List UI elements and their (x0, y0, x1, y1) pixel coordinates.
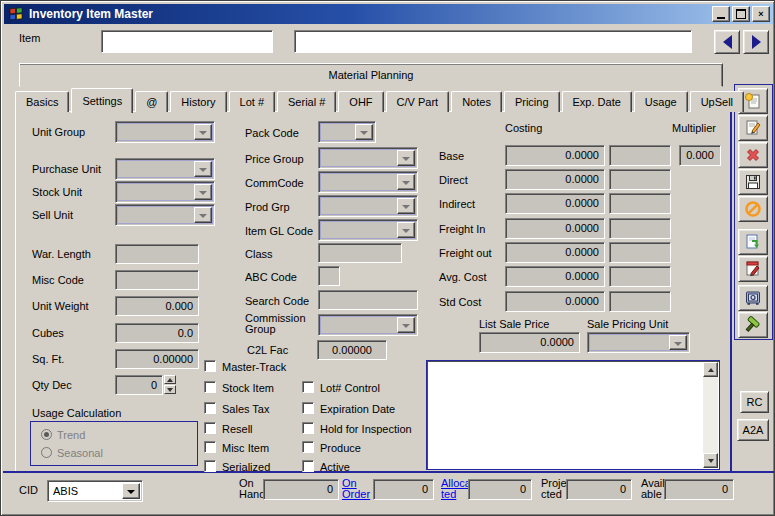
allocated-link[interactable]: Allocated (441, 478, 471, 500)
stock-item-checkbox[interactable] (204, 381, 216, 393)
sales-tax-checkbox[interactable] (204, 402, 216, 414)
tab-material-planning[interactable]: Material Planning (19, 63, 723, 87)
maximize-button[interactable] (732, 6, 750, 22)
cancel-icon (743, 199, 763, 219)
previous-item-button[interactable] (714, 30, 740, 54)
tab-serial[interactable]: Serial # (277, 91, 336, 112)
avg-cost-label: Avg. Cost (439, 271, 487, 283)
freight-in-label: Freight In (439, 223, 485, 235)
freight-out-alt-input[interactable] (609, 242, 671, 263)
tab-ohf[interactable]: OHF (338, 91, 383, 112)
freight-in-alt-input[interactable] (609, 218, 671, 239)
scroll-down-button[interactable] (703, 453, 718, 468)
delete-item-button[interactable] (738, 142, 768, 168)
app-icon[interactable] (8, 6, 24, 22)
on-order-link[interactable]: On Order (342, 478, 372, 500)
std-cost-input[interactable]: 0.0000 (505, 291, 605, 312)
misc-item-checkbox[interactable] (204, 441, 216, 453)
sale-pricing-unit-label: Sale Pricing Unit (587, 318, 668, 330)
save-item-button[interactable] (738, 169, 768, 195)
std-cost-alt-input[interactable] (609, 291, 671, 312)
indirect-cost-alt-input[interactable] (609, 193, 671, 214)
lot-control-checkbox[interactable] (302, 381, 314, 393)
list-sale-price-input[interactable]: 0.0000 (479, 332, 580, 353)
cid-label: CID (19, 484, 38, 496)
price-group-combo[interactable] (318, 147, 418, 169)
stock-unit-combo[interactable] (115, 181, 215, 203)
qty-dec-input[interactable]: 0 (115, 375, 163, 395)
class-input[interactable] (318, 243, 402, 263)
expiration-date-checkbox[interactable] (302, 402, 314, 414)
item-code-input[interactable] (101, 30, 273, 53)
build-tool-button[interactable] (738, 312, 768, 338)
avg-cost-input[interactable]: 0.0000 (505, 266, 605, 287)
commission-group-combo[interactable] (318, 314, 418, 336)
base-cost-alt-input[interactable] (609, 145, 671, 166)
item-notes-textarea[interactable] (426, 360, 720, 470)
tab-cv-part[interactable]: C/V Part (386, 91, 450, 112)
next-item-button[interactable] (743, 30, 769, 54)
tab-pricing[interactable]: Pricing (504, 91, 560, 112)
tab-notes[interactable]: Notes (451, 91, 502, 112)
hold-for-inspection-checkbox[interactable] (302, 422, 314, 434)
serialized-checkbox[interactable] (204, 460, 216, 472)
misc-code-input[interactable] (115, 270, 199, 290)
rc-button[interactable]: RC (740, 391, 769, 413)
resell-checkbox[interactable] (204, 422, 216, 434)
prod-grp-combo[interactable] (318, 195, 418, 217)
vault-button[interactable] (738, 285, 768, 311)
cid-combo-button[interactable] (122, 483, 140, 499)
unit-group-combo[interactable] (115, 121, 215, 143)
cid-combo[interactable]: ABIS (47, 480, 143, 502)
tab-usage[interactable]: Usage (634, 91, 688, 112)
sell-unit-combo[interactable] (115, 204, 215, 226)
direct-cost-alt-input[interactable] (609, 169, 671, 190)
cubes-label: Cubes (32, 327, 64, 339)
item-description-input[interactable] (294, 30, 692, 53)
active-checkbox[interactable] (302, 460, 314, 472)
tab-basics[interactable]: Basics (15, 91, 69, 112)
a2a-button[interactable]: A2A (737, 419, 769, 441)
cubes-input[interactable]: 0.0 (115, 323, 199, 343)
sq-ft-input[interactable]: 0.00000 (115, 349, 199, 369)
tab-settings[interactable]: Settings (71, 88, 133, 113)
tab-exp-date[interactable]: Exp. Date (562, 91, 632, 112)
pack-code-combo[interactable] (318, 121, 376, 143)
freight-out-input[interactable]: 0.0000 (505, 242, 605, 263)
scroll-up-button[interactable] (703, 362, 718, 377)
war-length-input[interactable] (115, 244, 199, 264)
base-cost-input[interactable]: 0.0000 (505, 145, 605, 166)
class-label: Class (245, 248, 273, 260)
tab-history[interactable]: History (170, 91, 226, 112)
item-gl-code-combo[interactable] (318, 219, 418, 241)
tab-at[interactable]: @ (135, 91, 168, 112)
edit-item-button[interactable] (738, 115, 768, 141)
edit-notes-button[interactable] (738, 256, 768, 282)
produce-checkbox[interactable] (302, 441, 314, 453)
indirect-cost-input[interactable]: 0.0000 (505, 193, 605, 214)
freight-in-input[interactable]: 0.0000 (505, 218, 605, 239)
multiplier-input[interactable]: 0.000 (679, 145, 721, 166)
cancel-button[interactable] (738, 196, 768, 222)
transfer-item-button[interactable] (738, 229, 768, 255)
trend-radio[interactable] (41, 429, 52, 440)
tab-upsell[interactable]: UpSell (690, 91, 744, 112)
commcode-combo[interactable] (318, 171, 418, 193)
notes-scrollbar[interactable] (703, 362, 718, 468)
spin-up-button[interactable] (164, 375, 176, 384)
seasonal-radio[interactable] (41, 447, 52, 458)
tab-lot[interactable]: Lot # (229, 91, 275, 112)
price-group-label: Price Group (245, 153, 304, 165)
abc-code-input[interactable] (318, 266, 340, 286)
master-track-checkbox[interactable] (204, 360, 216, 372)
spin-down-button[interactable] (164, 385, 176, 394)
unit-weight-input[interactable]: 0.000 (115, 296, 199, 316)
search-code-input[interactable] (318, 290, 418, 310)
purchase-unit-combo[interactable] (115, 158, 215, 180)
c2l-fac-input[interactable]: 0.00000 (317, 340, 387, 360)
direct-cost-input[interactable]: 0.0000 (505, 169, 605, 190)
close-button[interactable]: × (752, 6, 770, 22)
minimize-button[interactable] (712, 6, 730, 22)
sale-pricing-unit-combo[interactable] (587, 332, 690, 353)
avg-cost-alt-input[interactable] (609, 266, 671, 287)
